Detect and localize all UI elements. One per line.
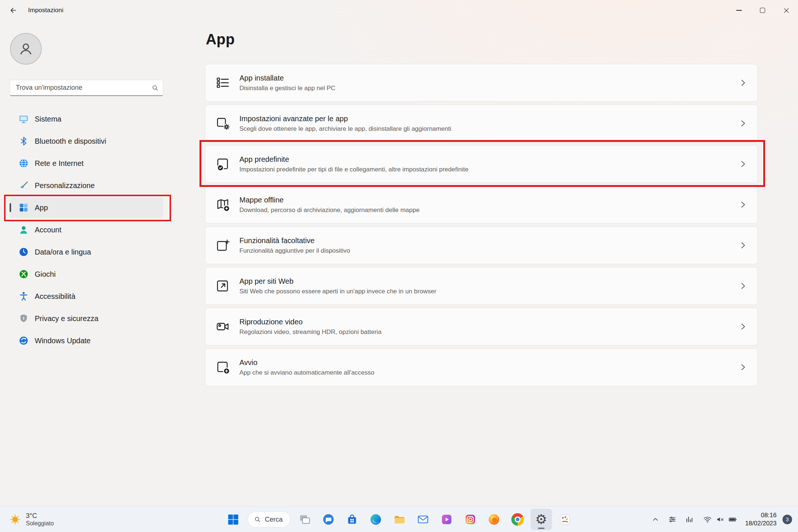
chevron-right-icon	[738, 281, 748, 291]
network-globe-icon	[18, 158, 29, 168]
chevron-right-icon	[738, 119, 748, 128]
person-icon	[17, 40, 35, 58]
bar-chart-icon	[685, 515, 694, 524]
advanced-app-settings-icon	[216, 116, 230, 130]
sidebar-item-label: Data/ora e lingua	[35, 248, 91, 256]
shield-icon	[18, 313, 29, 324]
close-button[interactable]	[774, 0, 798, 21]
card-apps-for-websites[interactable]: App per siti Web Siti Web che possono es…	[205, 267, 758, 305]
default-apps-icon	[216, 157, 230, 171]
search-icon	[254, 516, 261, 523]
weather-widget[interactable]: 3°C Soleggiato	[4, 507, 59, 532]
clock-icon	[18, 247, 29, 257]
annotation-box-sidebar-app	[4, 195, 171, 221]
clock-datetime[interactable]: 08:16 18/02/2023	[745, 511, 777, 528]
mail-app-button[interactable]	[412, 509, 434, 530]
system-icon	[18, 114, 29, 124]
sun-icon	[9, 513, 21, 526]
chrome-browser-button[interactable]	[507, 509, 528, 530]
sidebar-item-sistema[interactable]: Sistema	[10, 109, 163, 129]
folder-icon	[393, 513, 406, 526]
search-icon[interactable]	[147, 84, 163, 92]
taskbar: 3°C Soleggiato Cerca	[0, 506, 798, 532]
card-offline-maps[interactable]: Mappe offline Download, percorso di arch…	[205, 186, 758, 224]
task-view-button[interactable]	[294, 509, 316, 530]
sidebar-item-windows-update[interactable]: Windows Update	[10, 330, 163, 351]
xbox-gaming-icon	[18, 269, 29, 279]
sliders-icon	[668, 515, 677, 524]
notification-count-badge[interactable]: 3	[782, 515, 792, 524]
sidebar-item-privacy-sicurezza[interactable]: Privacy e sicurezza	[10, 308, 163, 329]
edge-browser-button[interactable]	[365, 509, 386, 530]
card-subtitle: Siti Web che possono essere aperti in un…	[239, 287, 436, 295]
firefox-browser-button[interactable]	[483, 509, 505, 530]
taskbar-tray: 08:16 18/02/2023 3	[650, 507, 798, 532]
sidebar-item-bluetooth-dispositivi[interactable]: Bluetooth e dispositivi	[10, 131, 163, 151]
sidebar-item-account[interactable]: Account	[10, 219, 163, 240]
sidebar-item-label: Account	[35, 226, 61, 234]
card-advanced-app-settings[interactable]: Impostazioni avanzate per le app Scegli …	[205, 105, 758, 142]
card-default-apps[interactable]: App predefinite Impostazioni predefinite…	[205, 145, 758, 183]
card-optional-features[interactable]: Funzionalità facoltative Funzionalità ag…	[205, 226, 758, 264]
sidebar: Sistema Bluetooth e dispositivi Rete e I…	[0, 21, 174, 506]
chevron-right-icon	[738, 78, 748, 88]
sidebar-item-app[interactable]: App	[10, 197, 163, 218]
settings-gear-icon: ⚙	[535, 513, 547, 526]
mail-icon	[417, 513, 429, 526]
card-video-playback[interactable]: Riproduzione video Regolazioni video, st…	[205, 308, 758, 345]
arrow-left-icon	[9, 6, 17, 14]
minimize-button[interactable]	[727, 0, 751, 21]
clock-time: 08:16	[745, 511, 777, 519]
taskbar-search[interactable]: Cerca	[248, 511, 290, 528]
card-subtitle: Download, percorso di archiviazione, agg…	[239, 206, 420, 214]
weather-condition: Soleggiato	[26, 520, 54, 527]
search-input[interactable]	[10, 84, 147, 92]
video-camera-icon	[216, 320, 230, 334]
chevron-up-icon	[651, 515, 660, 524]
quick-settings-group[interactable]	[701, 511, 739, 528]
windows-update-icon	[18, 335, 29, 346]
edge-icon	[369, 513, 382, 526]
paint-app-button[interactable]	[554, 509, 576, 530]
instagram-app-button[interactable]	[460, 509, 481, 530]
maximize-button[interactable]	[751, 0, 774, 21]
sidebar-item-personalizzazione[interactable]: Personalizzazione	[10, 175, 163, 196]
battery-icon	[728, 515, 737, 524]
task-view-icon	[299, 513, 311, 526]
chevron-right-icon	[738, 159, 748, 169]
card-title: App predefinite	[239, 155, 468, 164]
window-controls	[727, 0, 798, 21]
main-content: App App installate Disinstalla e gestisc…	[205, 21, 758, 389]
taskbar-search-label: Cerca	[265, 516, 283, 524]
back-button[interactable]	[4, 3, 22, 18]
card-title: Riproduzione video	[239, 317, 382, 326]
card-subtitle: App che si avviano automaticamente all'a…	[239, 369, 374, 376]
volume-muted-icon	[716, 515, 724, 524]
minimize-icon	[736, 10, 742, 11]
start-button[interactable]	[222, 509, 244, 530]
sidebar-item-rete-internet[interactable]: Rete e Internet	[10, 153, 163, 174]
show-hidden-icons-button[interactable]	[650, 512, 661, 527]
card-installed-apps[interactable]: App installate Disinstalla e gestisci le…	[205, 64, 758, 102]
sidebar-item-giochi[interactable]: Giochi	[10, 264, 163, 284]
installed-apps-icon	[216, 76, 230, 90]
microsoft-store-button[interactable]	[341, 509, 363, 530]
sidebar-item-accessibilita[interactable]: Accessibilità	[10, 286, 163, 307]
card-startup[interactable]: Avvio App che si avviano automaticamente…	[205, 348, 758, 386]
user-avatar[interactable]	[10, 33, 42, 65]
page-title: App	[206, 31, 758, 48]
settings-app-button[interactable]: ⚙	[531, 509, 552, 530]
file-explorer-button[interactable]	[389, 509, 410, 530]
account-person-icon	[18, 225, 29, 235]
sidebar-item-label: Accessibilità	[35, 292, 75, 301]
chevron-right-icon	[738, 362, 748, 372]
sidebar-item-data-ora-lingua[interactable]: Data/ora e lingua	[10, 242, 163, 262]
tray-performance-button[interactable]	[684, 512, 695, 527]
chevron-right-icon	[738, 200, 748, 209]
clock-date: 18/02/2023	[745, 519, 777, 528]
tray-sliders-button[interactable]	[667, 512, 678, 527]
chat-app-button[interactable]	[318, 509, 339, 530]
clipchamp-app-button[interactable]	[436, 509, 457, 530]
sidebar-item-label: Privacy e sicurezza	[35, 314, 98, 323]
wifi-icon	[703, 515, 712, 524]
